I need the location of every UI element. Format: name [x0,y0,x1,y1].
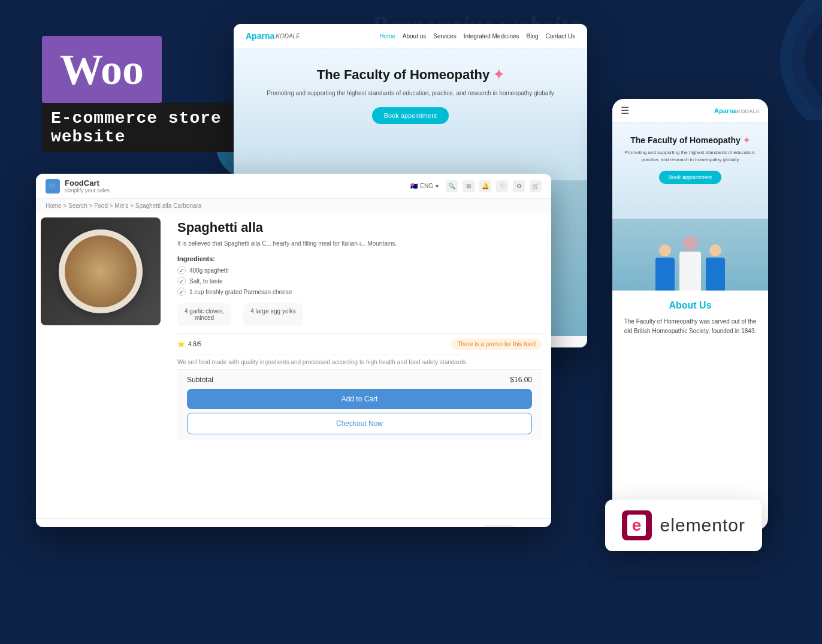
search-icon[interactable]: 🔍 [446,180,458,192]
woo-label: E-commerce store website [42,103,246,152]
bell-icon[interactable]: 🔔 [479,180,491,192]
fc-ing-title: Ingredients: [177,255,542,262]
fc-ingredients: Ingredients: ✓ 400g spaghetti ✓ Salt, to… [177,255,542,296]
mob-about-title: About Us [621,300,760,311]
woo-logo: Woo [42,36,162,103]
fc-ing-item-1: ✓ 400g spaghetti [177,266,542,274]
mob-logo-aparna: Aparna [714,107,737,114]
mob-vol-head-center [683,236,697,250]
mob-vol-body-left [655,258,675,291]
mob-logo-kodale: KODALE [737,108,760,114]
mob-about: About Us The Faculty of Homeopathy was c… [612,291,768,346]
fc-product-desc: It is believed that Spaghetti alla C... … [177,239,542,248]
nav-links: Home About us Services Integrated Medici… [379,33,575,40]
ing-text-2: Salt, to taste [189,278,223,285]
subtotal-value: $16.00 [510,376,532,384]
filter-button[interactable]: ⚡ Filter [482,525,516,527]
mob-vol-center [679,236,701,291]
elementor-text: elementor [660,515,745,536]
nav-logo-aparna: Aparna [246,31,274,41]
elementor-icon: e [622,510,652,540]
check-icon-2: ✓ [177,277,186,285]
check-icon-1: ✓ [177,266,186,274]
main-scene: Responsive website Woo E-commerce store … [0,0,822,644]
woo-logo-text: Woo [60,48,144,91]
nav-link-services[interactable]: Services [433,33,456,40]
heart-icon[interactable]: ♡ [496,180,508,192]
fc-ratings: ⭐ 4.8/5 [177,341,201,347]
fc-extra-garlic: 4 garlic cloves,minced [177,303,231,326]
book-appointment-button[interactable]: Book appointment [372,107,449,124]
hero-title: The Faculty of Homeopathy ✦ [246,66,575,84]
lang-label: ENG [420,183,433,189]
flag-icon: 🇦🇺 [410,183,418,189]
pasta-plate [59,229,143,313]
fc-food-image [41,217,161,325]
fc-extra-eggs: 4 large egg yolks [243,303,303,326]
mockup-nav: Aparna KODALE Home About us Services Int… [234,24,587,49]
ing-text-1: 400g spaghetti [189,267,229,274]
fc-promo: There is a promo for this food [451,338,542,350]
mob-vol-head-left [659,244,671,256]
fc-nav-icons: 🔍 ⊞ 🔔 ♡ ⚙ 🛒 [446,180,542,192]
mob-about-text: The Faculty of Homeopathy was carved out… [621,317,760,336]
fc-ing-item-3: ✓ 1 cup freshly grated Parmesan cheese [177,288,542,296]
fc-nav: 🛒 FoodCart Simplify your sales 🇦🇺 ENG ▾ … [36,174,551,199]
nav-link-contact[interactable]: Contact Us [546,33,575,40]
mob-hero: The Faculty of Homeopathy ✦ Promoting an… [612,123,768,291]
fc-logo-info: FoodCart Simplify your sales [65,179,110,193]
nav-link-home[interactable]: Home [379,33,395,40]
fc-ing-item-2: ✓ Salt, to taste [177,277,542,285]
mob-volunteer-scene [655,219,725,291]
view-all-button[interactable]: View All [521,525,542,527]
woo-card: Woo E-commerce store website [42,36,246,152]
nav-link-about[interactable]: About us [403,33,426,40]
fc-trending: Trending Food ⚡ Filter View All Salady F… [36,518,551,527]
add-to-cart-button[interactable]: Add to Cart [187,389,532,409]
fc-trending-actions: ⚡ Filter View All [482,525,542,527]
cart-icon[interactable]: 🛒 [530,180,542,192]
mob-hero-img [612,219,768,291]
star-icon: ⭐ [177,341,185,347]
fc-breadcrumb: Home > Search > Food > Mie's > Spaghetti… [36,199,551,213]
fc-cart-section: Subtotal $16.00 Add to Cart Checkout Now [177,369,542,440]
nav-link-blog[interactable]: Blog [527,33,539,40]
mob-vol-body-center [679,252,701,291]
fc-bottom: ⭐ 4.8/5 There is a promo for this food [177,333,542,355]
fc-trending-header: Trending Food ⚡ Filter View All [46,525,542,527]
mob-vol-left [655,244,675,291]
fc-product-title: Spaghetti alla [177,220,542,235]
checkout-button[interactable]: Checkout Now [187,413,532,434]
grid-icon[interactable]: ⊞ [463,180,475,192]
hero-subtitle: Promoting and supporting the highest sta… [246,89,575,98]
subtotal-label: Subtotal [187,376,213,384]
mob-vol-head-right [709,244,721,256]
fc-logo-text: FoodCart [65,179,110,188]
nav-link-medicines[interactable]: Integrated Medicines [464,33,519,40]
hamburger-icon[interactable]: ☰ [621,105,629,116]
settings-icon[interactable]: ⚙ [513,180,525,192]
chevron-down-icon: ▾ [436,183,439,189]
fc-right: Spaghetti alla It is believed that Spagh… [168,213,551,518]
nav-logo: Aparna KODALE [246,31,300,41]
mob-vol-body-right [706,258,725,291]
fc-main: Spaghetti alla It is believed that Spagh… [36,213,551,518]
foodcart-mockup: 🛒 FoodCart Simplify your sales 🇦🇺 ENG ▾ … [36,174,551,527]
woo-label-text: E-commerce store website [51,109,237,146]
rating-value: 4.8/5 [188,341,201,347]
mob-book-appointment-button[interactable]: Book appointment [659,171,722,184]
fc-quality-note: We sell food made with quality ingredien… [177,355,542,369]
mob-nav: ☰ AparnaKODALE [612,99,768,123]
mobile-mockup: ☰ AparnaKODALE The Faculty of Homeopathy… [612,99,768,530]
sparkle-icon: ✦ [493,66,504,84]
fc-logo-sub: Simplify your sales [65,188,110,193]
elementor-badge: e elementor [605,500,762,551]
fc-extras: 4 garlic cloves,minced 4 large egg yolks [177,303,542,326]
nav-logo-kodale: KODALE [276,33,300,40]
fc-trending-title: Trending Food [46,526,99,527]
fc-logo-icon: 🛒 [46,179,60,193]
fc-subtotal: Subtotal $16.00 [187,376,532,384]
check-icon-3: ✓ [177,288,186,296]
elementor-e-icon: e [627,515,646,536]
mob-hero-title: The Faculty of Homeopathy ✦ [621,135,760,146]
